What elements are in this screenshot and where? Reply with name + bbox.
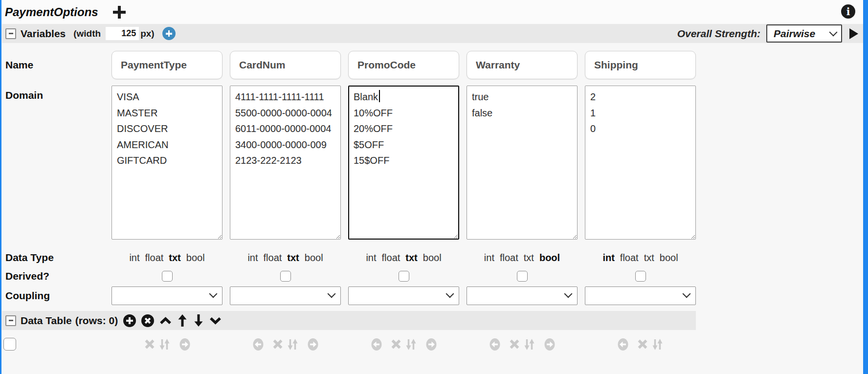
add-row-icon[interactable] [123, 314, 136, 328]
data-type-option-int[interactable]: int [129, 252, 139, 264]
move-column-left-icon[interactable] [252, 338, 264, 351]
domain-textarea[interactable]: true false [467, 86, 578, 240]
derived-row-label: Derived? [2, 270, 111, 282]
data-type-option-int[interactable]: int [366, 252, 376, 264]
data-table-rows-count: (rows: 0) [75, 315, 118, 327]
data-type-option-float[interactable]: float [620, 252, 639, 264]
move-column-right-icon[interactable] [307, 338, 319, 351]
column-tools [467, 338, 578, 351]
coupling-select[interactable] [230, 286, 341, 305]
data-type-option-float[interactable]: float [264, 252, 282, 264]
move-bottom-icon[interactable] [209, 315, 222, 327]
select-all-rows-checkbox[interactable] [3, 338, 16, 351]
run-icon[interactable] [849, 28, 858, 39]
data-type-option-txt[interactable]: txt [405, 252, 417, 264]
remove-row-icon[interactable] [141, 314, 155, 328]
data-type-option-txt[interactable]: txt [644, 252, 654, 264]
column-tools [111, 338, 223, 351]
strength-selected-value: Pairwise [774, 28, 815, 40]
move-column-right-icon[interactable] [425, 338, 437, 351]
data-type-option-int[interactable]: int [484, 252, 494, 264]
clear-column-icon[interactable] [390, 338, 402, 350]
data-type-option-int[interactable]: int [602, 252, 614, 264]
move-column-right-icon[interactable] [179, 338, 191, 351]
data-type-options: int float txt bool [230, 252, 341, 264]
data-type-option-int[interactable]: int [247, 252, 258, 264]
strength-select[interactable]: Pairwise [766, 24, 842, 43]
width-label-prefix: (width [73, 28, 101, 39]
data-type-option-bool[interactable]: bool [423, 252, 442, 264]
coupling-select[interactable] [585, 286, 696, 305]
derived-row: Derived? [2, 270, 868, 282]
data-type-option-bool[interactable]: bool [660, 252, 678, 264]
clear-column-icon[interactable] [272, 338, 284, 350]
domain-textarea[interactable]: VISA MASTER DISCOVER AMERICAN GIFTCARD [111, 86, 223, 240]
add-variable-icon[interactable] [162, 27, 176, 40]
collapse-variables-icon[interactable] [5, 28, 16, 39]
derived-checkbox[interactable] [635, 271, 646, 282]
clear-column-icon[interactable] [509, 338, 520, 350]
data-type-options: int float txt bool [348, 252, 459, 264]
domain-textarea[interactable]: 2 1 0 [585, 86, 696, 240]
clear-column-icon[interactable] [637, 338, 648, 350]
coupling-select[interactable] [111, 286, 223, 305]
move-column-left-icon[interactable] [489, 338, 501, 351]
data-type-option-float[interactable]: float [382, 252, 401, 264]
window-edge-right[interactable] [863, 0, 868, 374]
move-column-right-icon[interactable] [544, 338, 556, 351]
tab-bar: PaymentOptions i [2, 0, 863, 24]
sort-column-icon[interactable] [286, 338, 299, 351]
data-type-option-bool[interactable]: bool [539, 252, 560, 264]
variables-section-header: Variables (width px) Overall Strength: P… [2, 24, 863, 43]
collapse-data-table-icon[interactable] [5, 315, 16, 326]
data-type-option-txt[interactable]: txt [287, 252, 299, 264]
move-column-left-icon[interactable] [371, 338, 382, 351]
name-row: Name [2, 51, 868, 79]
column-width-input[interactable] [106, 27, 139, 40]
domain-textarea[interactable]: Blank 10%OFF 20%OFF $5OFF 15$OFF [348, 86, 459, 240]
variable-name-input[interactable] [230, 51, 341, 79]
clear-column-icon[interactable] [144, 338, 156, 350]
data-type-option-float[interactable]: float [145, 252, 164, 264]
derived-checkbox[interactable] [517, 271, 528, 282]
data-table-section-header: Data Table (rows: 0) [2, 311, 696, 330]
move-top-icon[interactable] [159, 315, 172, 327]
coupling-row-label: Coupling [2, 290, 111, 302]
info-icon[interactable]: i [841, 4, 855, 19]
variable-name-input[interactable] [348, 51, 459, 79]
derived-checkbox[interactable] [280, 271, 291, 282]
data-type-option-bool[interactable]: bool [305, 252, 323, 264]
add-tab-icon[interactable] [113, 6, 126, 19]
tab-paymentoptions[interactable]: PaymentOptions [2, 5, 98, 19]
data-type-option-bool[interactable]: bool [186, 252, 205, 264]
coupling-row: Coupling [2, 286, 868, 305]
column-tools [348, 338, 459, 351]
derived-checkbox[interactable] [162, 271, 173, 282]
data-type-option-float[interactable]: float [500, 252, 518, 264]
move-column-left-icon[interactable] [617, 338, 629, 351]
data-table-tools-row [2, 333, 868, 355]
sort-column-icon[interactable] [158, 338, 171, 351]
variables-section-title: Variables [21, 28, 66, 40]
chevron-down-icon [829, 28, 838, 37]
move-down-icon[interactable] [193, 314, 204, 327]
derived-checkbox[interactable] [399, 271, 409, 282]
overall-strength-label: Overall Strength: [677, 28, 760, 40]
data-type-option-txt[interactable]: txt [169, 252, 180, 264]
move-up-icon[interactable] [177, 314, 188, 327]
sort-column-icon[interactable] [523, 338, 536, 351]
variable-name-input[interactable] [585, 51, 696, 79]
sort-column-icon[interactable] [651, 338, 664, 351]
column-tools [230, 338, 341, 351]
data-type-options: int float txt bool [111, 252, 223, 264]
domain-textarea[interactable]: 4111-1111-1111-1111 5500-0000-0000-0004 … [230, 86, 341, 240]
variable-name-input[interactable] [467, 51, 578, 79]
width-label-suffix: px) [140, 28, 155, 39]
sort-column-icon[interactable] [404, 338, 418, 351]
data-type-option-txt[interactable]: txt [524, 252, 534, 264]
coupling-select[interactable] [467, 286, 578, 305]
variable-name-input[interactable] [111, 51, 223, 79]
name-row-label: Name [2, 59, 111, 71]
coupling-select[interactable] [348, 286, 459, 305]
domain-row-label: Domain [2, 86, 111, 242]
